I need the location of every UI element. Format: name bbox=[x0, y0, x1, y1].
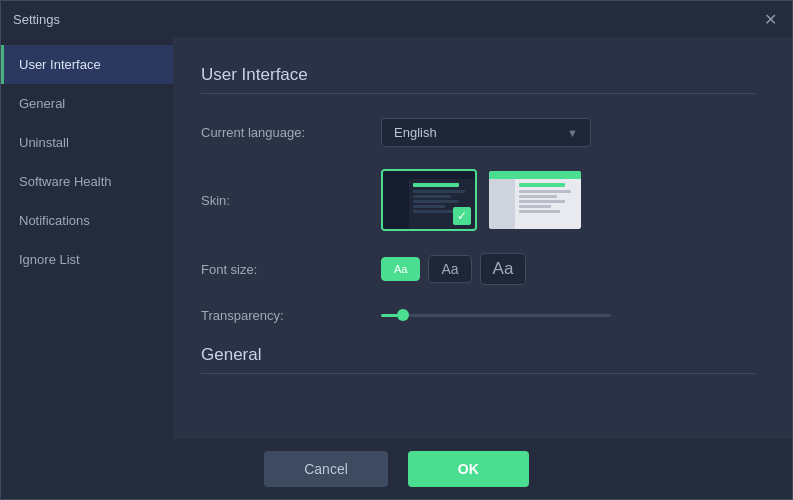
font-size-label: Font size: bbox=[201, 262, 381, 277]
cancel-button[interactable]: Cancel bbox=[264, 451, 388, 487]
slider-track bbox=[381, 314, 611, 317]
sidebar-item-user-interface[interactable]: User Interface bbox=[1, 45, 173, 84]
font-size-medium-button[interactable]: Aa bbox=[428, 255, 471, 283]
sidebar-item-notifications[interactable]: Notifications bbox=[1, 201, 173, 240]
transparency-row: Transparency: bbox=[201, 307, 756, 323]
sidebar-item-ignore-list[interactable]: Ignore List bbox=[1, 240, 173, 279]
sidebar-item-software-health[interactable]: Software Health bbox=[1, 162, 173, 201]
language-dropdown[interactable]: English ▼ bbox=[381, 118, 591, 147]
skin-light-option[interactable] bbox=[487, 169, 583, 231]
content-area: User Interface Current language: English… bbox=[173, 37, 792, 439]
sidebar-item-general[interactable]: General bbox=[1, 84, 173, 123]
skin-label: Skin: bbox=[201, 193, 381, 208]
section-title-general: General bbox=[201, 345, 756, 374]
language-row: Current language: English ▼ bbox=[201, 118, 756, 147]
sidebar-item-uninstall[interactable]: Uninstall bbox=[1, 123, 173, 162]
font-size-large-button[interactable]: Aa bbox=[480, 253, 527, 285]
font-size-row: Font size: Aa Aa Aa bbox=[201, 253, 756, 285]
skin-dark-option[interactable]: ✓ bbox=[381, 169, 477, 231]
ok-button[interactable]: OK bbox=[408, 451, 529, 487]
main-content: User Interface General Uninstall Softwar… bbox=[1, 37, 792, 439]
sidebar: User Interface General Uninstall Softwar… bbox=[1, 37, 173, 439]
skin-row: Skin: bbox=[201, 169, 756, 231]
font-size-small-button[interactable]: Aa bbox=[381, 257, 420, 281]
settings-dialog: Settings ✕ User Interface General Uninst… bbox=[0, 0, 793, 500]
skin-selected-icon: ✓ bbox=[453, 207, 471, 225]
chevron-down-icon: ▼ bbox=[567, 127, 578, 139]
language-label: Current language: bbox=[201, 125, 381, 140]
font-size-options: Aa Aa Aa bbox=[381, 253, 526, 285]
dialog-title: Settings bbox=[13, 12, 60, 27]
section-title: User Interface bbox=[201, 65, 756, 94]
skin-options: ✓ bbox=[381, 169, 583, 231]
title-bar: Settings ✕ bbox=[1, 1, 792, 37]
transparency-slider[interactable] bbox=[381, 307, 611, 323]
footer: Cancel OK bbox=[1, 439, 792, 499]
slider-thumb[interactable] bbox=[397, 309, 409, 321]
language-value: English bbox=[394, 125, 437, 140]
transparency-label: Transparency: bbox=[201, 308, 381, 323]
close-button[interactable]: ✕ bbox=[760, 9, 780, 29]
